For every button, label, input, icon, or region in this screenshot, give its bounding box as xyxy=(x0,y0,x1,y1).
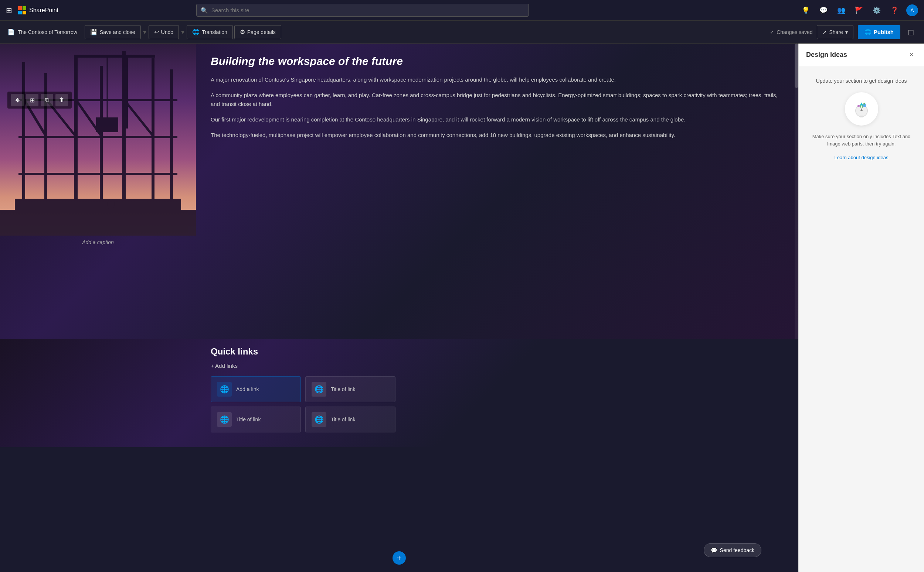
publish-label: Publish xyxy=(874,29,894,35)
save-dropdown-arrow[interactable]: ▾ xyxy=(142,28,147,36)
svg-rect-16 xyxy=(74,54,155,58)
link-tile-3[interactable]: 🌐 Title of link xyxy=(305,407,396,432)
save-icon: 💾 xyxy=(90,28,98,36)
help-icon[interactable]: ❓ xyxy=(888,5,901,16)
add-section-button[interactable]: + xyxy=(393,551,406,564)
image-caption[interactable]: Add a caption xyxy=(0,236,196,249)
article-body: A major renovation of Contoso's Singapor… xyxy=(211,75,784,140)
paragraph-1: A major renovation of Contoso's Singapor… xyxy=(211,75,784,84)
link-3-label: Title of link xyxy=(331,417,355,423)
search-bar: 🔍 xyxy=(196,4,529,17)
add-link-label: Add a link xyxy=(236,386,259,392)
sparkle-svg xyxy=(851,98,873,120)
notifications-icon[interactable]: 💡 xyxy=(800,5,812,16)
ms-logo-red xyxy=(18,6,22,10)
search-input[interactable] xyxy=(196,4,529,17)
svg-rect-20 xyxy=(0,210,196,236)
feedback-icon: 💬 xyxy=(711,547,717,553)
quick-links-section: Quick links + Add links 🌐 Add a link 🌐 T… xyxy=(0,339,798,447)
settings-icon[interactable]: ⚙️ xyxy=(871,5,883,16)
ms-logo: SharePoint xyxy=(18,6,58,14)
toolbar-right: ✓ Changes saved ↗ Share ▾ 🌐 Publish ◫ xyxy=(770,25,916,39)
delete-button[interactable]: 🗑 xyxy=(55,94,68,106)
page-content: Add a caption Building the workspace of … xyxy=(0,44,798,572)
duplicate-button[interactable]: ⧉ xyxy=(41,94,53,106)
svg-rect-10 xyxy=(19,173,178,175)
site-name-label: The Contoso of Tomorrow xyxy=(18,29,77,35)
link-1-icon: 🌐 xyxy=(312,382,326,396)
site-icon: 📄 xyxy=(8,28,15,36)
page-details-button[interactable]: ⚙ Page details xyxy=(234,25,281,39)
ms-logo-blue xyxy=(18,11,22,14)
svg-rect-9 xyxy=(19,136,178,138)
design-idea-icon xyxy=(845,92,878,126)
save-label: Save and close xyxy=(100,29,135,35)
link-2-label: Title of link xyxy=(236,417,260,423)
svg-point-28 xyxy=(857,105,860,107)
ms-logo-squares xyxy=(18,6,26,14)
layout-button[interactable]: ⊞ xyxy=(26,94,39,106)
avatar[interactable]: A xyxy=(906,5,918,16)
svg-rect-23 xyxy=(109,208,113,217)
design-ideas-body: Update your section to get design ideas xyxy=(799,66,924,572)
changes-saved-label: Changes saved xyxy=(776,29,812,35)
add-link-icon: 🌐 xyxy=(217,382,232,396)
ms-logo-green xyxy=(23,6,26,10)
publish-icon: 🌐 xyxy=(865,29,871,36)
design-ideas-learn-link[interactable]: Learn about design ideas xyxy=(834,155,888,160)
topbar-icons: 💡 💬 👥 🚩 ⚙️ ❓ A xyxy=(800,5,918,16)
link-2-icon: 🌐 xyxy=(217,412,232,427)
paragraph-4: The technology-fueled, multiphase projec… xyxy=(211,131,784,140)
flag-icon[interactable]: 🚩 xyxy=(853,5,865,16)
app-name: SharePoint xyxy=(29,7,58,14)
chat-icon[interactable]: 💬 xyxy=(818,5,829,16)
move-button[interactable]: ✥ xyxy=(11,94,23,106)
check-icon: ✓ xyxy=(770,29,774,35)
translation-label: Translation xyxy=(202,29,227,35)
design-ideas-panel: Design ideas × Update your section to ge… xyxy=(798,44,924,572)
publish-button[interactable]: 🌐 Publish xyxy=(858,25,901,39)
design-ideas-update-message: Update your section to get design ideas xyxy=(816,77,907,85)
design-ideas-sub-message: Make sure your section only includes Tex… xyxy=(806,133,916,147)
scrollbar-track[interactable] xyxy=(795,44,798,339)
svg-rect-19 xyxy=(96,117,118,132)
share-label: Share xyxy=(829,29,843,35)
search-icon: 🔍 xyxy=(201,7,208,14)
share-button[interactable]: ↗ Share ▾ xyxy=(817,25,853,39)
undo-label: Undo xyxy=(161,29,173,35)
design-ideas-header: Design ideas × xyxy=(799,44,924,66)
translation-button[interactable]: 🌐 Translation xyxy=(187,25,233,39)
link-3-icon: 🌐 xyxy=(312,412,326,427)
feedback-label: Send feedback xyxy=(720,547,754,553)
collapse-panel-icon[interactable]: ◫ xyxy=(905,26,916,38)
scrollbar-thumb[interactable] xyxy=(795,44,798,88)
link-tile-1[interactable]: 🌐 Title of link xyxy=(305,376,396,402)
link-1-label: Title of link xyxy=(331,386,355,392)
feedback-button[interactable]: 💬 Send feedback xyxy=(704,543,761,557)
construction-image xyxy=(0,44,196,236)
add-links-button[interactable]: + Add links xyxy=(211,363,784,369)
links-grid: 🌐 Add a link 🌐 Title of link 🌐 Title of … xyxy=(211,376,396,432)
link-tile-2[interactable]: 🌐 Title of link xyxy=(211,407,301,432)
topbar: ⊞ SharePoint 🔍 💡 💬 👥 🚩 ⚙️ ❓ A xyxy=(0,0,924,21)
image-panel: Add a caption xyxy=(0,44,196,339)
scaffold-svg xyxy=(0,44,196,236)
main-area: ✥ ⊞ ⧉ 🗑 xyxy=(0,44,924,572)
changes-saved: ✓ Changes saved xyxy=(770,29,812,35)
paragraph-3: Our first major redevelopment is nearing… xyxy=(211,115,784,124)
page-details-label: Page details xyxy=(247,29,276,35)
add-link-tile[interactable]: 🌐 Add a link xyxy=(211,376,301,402)
design-ideas-close-button[interactable]: × xyxy=(906,50,916,60)
site-name: 📄 The Contoso of Tomorrow xyxy=(8,28,77,36)
people-icon[interactable]: 👥 xyxy=(835,5,847,16)
undo-icon: ↩ xyxy=(154,28,159,36)
undo-dropdown-arrow[interactable]: ▾ xyxy=(180,28,185,36)
svg-rect-21 xyxy=(15,199,181,210)
design-ideas-title: Design ideas xyxy=(806,51,847,59)
svg-rect-17 xyxy=(126,54,128,129)
ms-logo-yellow xyxy=(23,11,26,14)
undo-button[interactable]: ↩ Undo xyxy=(149,25,179,39)
waffle-menu[interactable]: ⊞ xyxy=(6,6,12,15)
text-panel: Building the workspace of the future A m… xyxy=(196,44,798,339)
save-and-close-button[interactable]: 💾 Save and close xyxy=(85,25,141,39)
